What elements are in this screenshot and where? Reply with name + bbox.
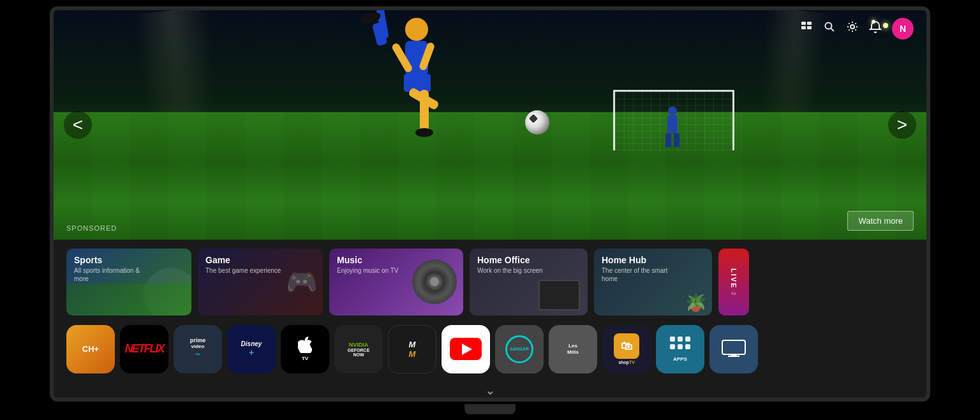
app-prime-video[interactable]: prime video ~ — [174, 325, 222, 373]
tv-stand — [464, 404, 516, 414]
svg-rect-0 — [801, 22, 806, 25]
homehub-tile-subtitle: The center of the smart home — [602, 266, 678, 283]
bell-icon[interactable] — [869, 20, 882, 36]
apple-tv-label: TV — [298, 337, 312, 361]
svg-point-7 — [668, 106, 677, 115]
prev-arrow[interactable]: < — [64, 111, 92, 139]
svg-rect-25 — [670, 344, 675, 349]
tv-frame: N — [50, 6, 930, 402]
tv-stand-area — [464, 404, 516, 414]
svg-rect-9 — [665, 133, 671, 147]
monitor-decoration — [538, 280, 580, 310]
svg-rect-28 — [722, 340, 745, 354]
game-tile-subtitle: The best game experience — [205, 266, 281, 275]
svg-line-5 — [831, 29, 835, 32]
svg-point-6 — [850, 25, 854, 29]
svg-rect-1 — [807, 22, 812, 25]
svg-rect-8 — [667, 115, 678, 133]
plant-decoration: 🪴 — [685, 292, 707, 313]
music-tile-subtitle: Enjoying music on TV — [337, 266, 399, 275]
watch-more-button[interactable]: Watch more — [847, 211, 914, 231]
screenmirror-label — [722, 340, 746, 359]
homeoffice-tile-subtitle: Work on the big screen — [477, 266, 543, 275]
app-ch-plus[interactable]: CH+ — [66, 325, 115, 373]
live-tile-number: 2 — [731, 292, 737, 295]
sponsored-label: SPONSORED — [66, 224, 117, 232]
vinyl-decoration — [412, 259, 457, 304]
soccer-ball — [525, 110, 549, 134]
goalkeeper — [663, 106, 682, 147]
svg-rect-22 — [670, 337, 675, 342]
app-youtube[interactable] — [442, 325, 490, 373]
music-tile-title: Music — [337, 255, 362, 265]
game-tile-title: Game — [205, 255, 230, 265]
app-apps-grid[interactable]: APPS — [656, 325, 704, 373]
settings-icon[interactable] — [846, 20, 859, 36]
next-arrow[interactable]: > — [888, 111, 916, 139]
svg-rect-26 — [678, 344, 683, 349]
youtube-logo — [450, 338, 482, 360]
user-avatar[interactable]: N — [892, 18, 914, 40]
svg-rect-15 — [404, 74, 431, 92]
app-masterclass[interactable]: M M — [388, 325, 436, 373]
svg-rect-27 — [685, 344, 690, 349]
category-tile-sports[interactable]: Sports All sports information & more — [66, 249, 191, 315]
search-icon[interactable] — [823, 20, 836, 36]
app-shoptv[interactable]: 🛍 shopTV — [602, 325, 651, 373]
sports-tile-title: Sports — [74, 255, 102, 265]
app-lesmills[interactable]: LesMills — [549, 325, 597, 373]
app-sansar[interactable]: SANSAR — [495, 325, 544, 373]
app-nvidia-geforce[interactable]: NVIDIA GEFORCE NOW — [334, 325, 383, 373]
apps-row: CH+ NETFLIX prime video ~ Disney + — [54, 322, 926, 380]
category-tile-music[interactable]: Music Enjoying music on TV — [329, 249, 463, 315]
svg-rect-2 — [801, 26, 806, 29]
svg-rect-3 — [807, 26, 812, 29]
disney-label: Disney + — [241, 340, 262, 358]
sports-tile-subtitle: All sports information & more — [74, 266, 151, 283]
lesmills-label: LesMills — [567, 343, 579, 355]
shoptv-label: 🛍 shopTV — [614, 333, 639, 365]
app-disney-plus[interactable]: Disney + — [227, 325, 276, 373]
app-screen-mirror[interactable] — [709, 325, 758, 373]
svg-rect-18 — [420, 90, 429, 131]
prime-label: prime video ~ — [190, 338, 206, 359]
scroll-indicator: ⌄ — [54, 380, 926, 400]
svg-rect-23 — [678, 337, 683, 342]
sansar-label: SANSAR — [505, 335, 533, 363]
homehub-tile-title: Home Hub — [602, 255, 646, 265]
scroll-chevron-icon: ⌄ — [485, 382, 496, 398]
grid-icon[interactable] — [800, 20, 813, 36]
masterclass-label: M M — [409, 340, 416, 359]
apps-label: APPS — [670, 337, 690, 362]
categories-row: Sports All sports information & more Gam… — [54, 240, 926, 322]
category-tile-homeoffice[interactable]: Home Office Work on the big screen — [470, 249, 588, 315]
category-tile-homehub[interactable]: Home Hub The center of the smart home 🪴 — [594, 249, 712, 315]
homeoffice-tile-title: Home Office — [477, 255, 530, 265]
nvidia-label: NVIDIA GEFORCE NOW — [348, 342, 370, 357]
netflix-label: NETFLIX — [125, 342, 164, 356]
top-bar: N — [787, 10, 926, 47]
app-apple-tv[interactable]: TV — [281, 325, 329, 373]
live-tile-label: LIVE — [730, 268, 738, 289]
category-tile-game[interactable]: Game The best game experience 🎮 — [198, 249, 323, 315]
ch-plus-label: CH+ — [82, 344, 99, 354]
svg-point-19 — [415, 128, 433, 137]
svg-point-11 — [405, 18, 428, 41]
svg-rect-24 — [685, 337, 690, 342]
svg-rect-10 — [674, 133, 679, 147]
player-kicker — [359, 10, 487, 157]
category-tile-live[interactable]: LIVE 2 — [718, 249, 749, 315]
app-netflix[interactable]: NETFLIX — [120, 325, 168, 373]
svg-point-4 — [826, 23, 832, 29]
